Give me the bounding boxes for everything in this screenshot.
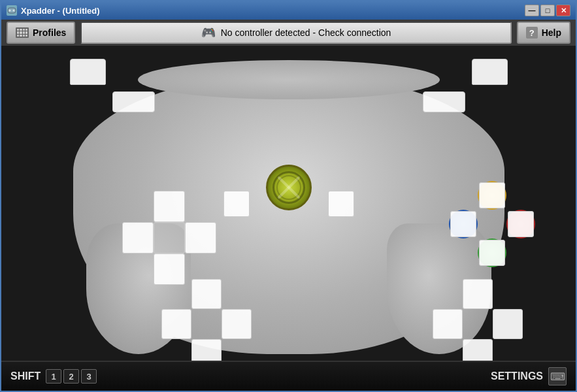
left-stick-up-button[interactable] [191, 279, 222, 309]
x-button[interactable] [450, 211, 476, 237]
profiles-icon [16, 27, 29, 38]
dpad-center [154, 222, 185, 253]
back-button[interactable] [223, 191, 250, 217]
right-trigger-button[interactable] [472, 59, 508, 85]
controller-status-icon: 🎮 [201, 25, 216, 40]
minimize-button[interactable]: — [525, 5, 539, 16]
shift-num-1[interactable]: 1 [46, 369, 61, 384]
maximize-button[interactable]: □ [540, 5, 555, 16]
app-icon [7, 5, 17, 16]
svg-point-1 [9, 10, 11, 12]
shift-num-3[interactable]: 3 [81, 369, 97, 384]
right-bumper-button[interactable] [423, 91, 465, 112]
left-bumper-button[interactable] [112, 91, 155, 112]
y-button[interactable] [479, 182, 505, 208]
dpad-down-button[interactable] [154, 253, 185, 285]
right-stick-left-button[interactable] [433, 309, 463, 339]
controller-area [1, 47, 576, 361]
left-trigger-button[interactable] [70, 59, 106, 85]
settings-section: SETTINGS ⌨ [491, 367, 567, 385]
dpad-up-button[interactable] [154, 191, 185, 222]
shift-section: SHIFT 1 2 3 [10, 369, 97, 384]
right-stick-down-button[interactable] [463, 339, 493, 361]
dpad-right-button[interactable] [185, 222, 216, 253]
profiles-label: Profiles [33, 27, 66, 38]
left-stick-left-button[interactable] [161, 309, 191, 339]
guide-button[interactable] [266, 165, 312, 210]
b-button[interactable] [508, 211, 534, 237]
svg-point-2 [13, 10, 15, 12]
title-bar-left: Xpadder - (Untitled) [7, 5, 100, 16]
right-stick-right-button[interactable] [493, 309, 523, 339]
window-title: Xpadder - (Untitled) [21, 6, 100, 16]
toolbar: Profiles 🎮 No controller detected - Chec… [1, 20, 576, 47]
title-bar: Xpadder - (Untitled) — □ ✕ [1, 1, 576, 20]
status-message: No controller detected - Check connectio… [221, 27, 391, 38]
a-button[interactable] [479, 240, 505, 266]
shift-numbers: 1 2 3 [46, 369, 97, 384]
help-label: Help [542, 27, 561, 38]
start-button[interactable] [328, 191, 354, 217]
main-window: Xpadder - (Untitled) — □ ✕ Profiles 🎮 No… [0, 0, 577, 392]
settings-icon[interactable]: ⌨ [548, 367, 567, 385]
dpad-left-button[interactable] [122, 222, 154, 253]
close-button[interactable]: ✕ [556, 5, 570, 16]
shift-label: SHIFT [10, 370, 41, 382]
settings-label: SETTINGS [491, 370, 543, 382]
help-question-icon: ? [526, 27, 538, 39]
profiles-button[interactable]: Profiles [7, 22, 75, 44]
bottom-bar: SHIFT 1 2 3 SETTINGS ⌨ [1, 361, 576, 391]
right-stick-up-button[interactable] [463, 279, 493, 309]
status-bar: 🎮 No controller detected - Check connect… [80, 22, 511, 44]
controller-shape [34, 54, 544, 354]
title-buttons: — □ ✕ [525, 5, 570, 16]
xbox-logo [272, 171, 305, 204]
help-button[interactable]: ? Help [517, 22, 570, 44]
shift-num-2[interactable]: 2 [63, 369, 79, 384]
left-stick-right-button[interactable] [222, 309, 252, 339]
controller-background [1, 47, 576, 361]
left-stick-down-button[interactable] [191, 339, 222, 361]
